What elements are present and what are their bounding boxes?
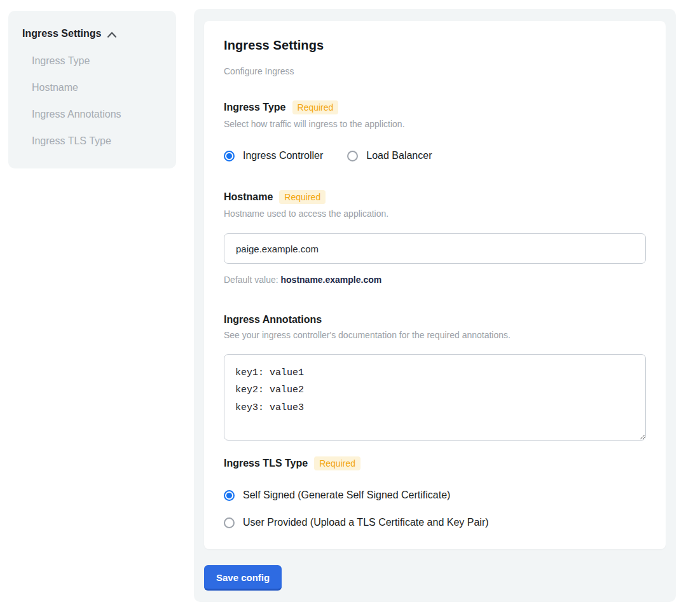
radio-label: Load Balancer (366, 150, 432, 161)
radio-self-signed[interactable]: Self Signed (Generate Self Signed Certif… (224, 489, 646, 501)
ingress-annotations-textarea[interactable]: key1: value1 key2: value2 key3: value3 (224, 354, 646, 441)
page-title: Ingress Settings (224, 38, 646, 53)
radio-ingress-controller[interactable]: Ingress Controller (224, 150, 323, 161)
radio-circle-icon[interactable] (224, 517, 235, 528)
section-ingress-type: Ingress Type Required Select how traffic… (224, 100, 646, 161)
hostname-default-value: Default value: hostname.example.com (224, 275, 646, 285)
ingress-type-description: Select how traffic will ingress to the a… (224, 119, 646, 129)
ingress-tls-type-label: Ingress TLS Type (224, 458, 308, 469)
section-ingress-tls-type: Ingress TLS Type Required Self Signed (G… (224, 456, 646, 528)
sidebar-item-ingress-annotations[interactable]: Ingress Annotations (32, 109, 163, 120)
chevron-up-icon (107, 31, 117, 38)
section-ingress-annotations: Ingress Annotations See your ingress con… (224, 314, 646, 443)
ingress-type-label: Ingress Type (224, 102, 286, 113)
ingress-annotations-description: See your ingress controller's documentat… (224, 330, 646, 340)
required-badge: Required (314, 456, 360, 470)
radio-label: Ingress Controller (243, 150, 323, 161)
settings-panel: Ingress Settings Configure Ingress Ingre… (194, 9, 676, 602)
sidebar-group-ingress-settings[interactable]: Ingress Settings (22, 28, 163, 39)
hostname-input[interactable] (224, 233, 646, 264)
radio-label: User Provided (Upload a TLS Certificate … (243, 517, 489, 528)
page-subtitle: Configure Ingress (224, 66, 646, 76)
radio-circle-icon[interactable] (224, 151, 235, 161)
radio-circle-icon[interactable] (224, 490, 235, 501)
hostname-label: Hostname (224, 191, 273, 203)
sidebar-item-hostname[interactable]: Hostname (32, 82, 163, 93)
save-config-button[interactable]: Save config (204, 565, 282, 591)
default-value-prefix: Default value: (224, 275, 281, 285)
radio-user-provided[interactable]: User Provided (Upload a TLS Certificate … (224, 517, 646, 528)
sidebar-item-ingress-type[interactable]: Ingress Type (32, 55, 163, 66)
section-hostname: Hostname Required Hostname used to acces… (224, 190, 646, 285)
radio-circle-icon[interactable] (347, 151, 358, 161)
required-badge: Required (292, 100, 339, 114)
hostname-description: Hostname used to access the application. (224, 209, 646, 219)
ingress-settings-card: Ingress Settings Configure Ingress Ingre… (204, 21, 666, 549)
sidebar-item-ingress-tls-type[interactable]: Ingress TLS Type (32, 135, 163, 146)
settings-sidebar: Ingress Settings Ingress Type Hostname I… (8, 11, 176, 168)
ingress-annotations-label: Ingress Annotations (224, 314, 322, 325)
default-value-text: hostname.example.com (281, 275, 382, 285)
sidebar-group-label: Ingress Settings (22, 28, 101, 39)
radio-load-balancer[interactable]: Load Balancer (347, 150, 432, 161)
radio-label: Self Signed (Generate Self Signed Certif… (243, 489, 450, 501)
required-badge: Required (279, 190, 326, 204)
